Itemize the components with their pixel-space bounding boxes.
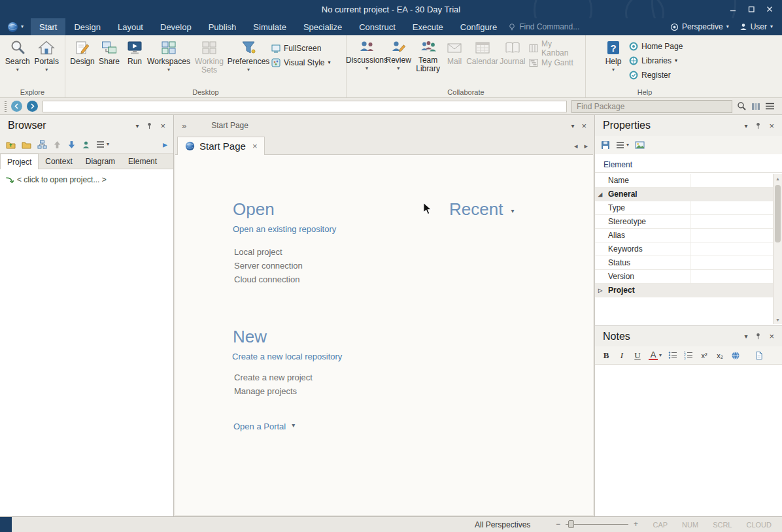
browser-tab-element[interactable]: Element	[122, 154, 163, 169]
forward-button[interactable]	[27, 101, 38, 112]
scrollbar-thumb[interactable]	[775, 185, 781, 242]
tab-start[interactable]: Start	[31, 18, 65, 35]
image-icon[interactable]	[635, 141, 645, 150]
zoom-slider-thumb[interactable]	[568, 520, 574, 528]
register-button[interactable]: Register	[629, 69, 683, 80]
my-gantt-button[interactable]: My Gantt	[529, 57, 579, 68]
back-button[interactable]	[11, 101, 22, 112]
maximize-button[interactable]	[744, 3, 758, 14]
tab-execute[interactable]: Execute	[404, 18, 452, 35]
chevrons-icon[interactable]: »	[182, 121, 186, 131]
tab-publish[interactable]: Publish	[200, 18, 245, 35]
close-tab-icon[interactable]: ×	[252, 141, 258, 151]
property-value-cell[interactable]	[690, 229, 773, 242]
panel-menu-icon[interactable]: ▾	[744, 333, 747, 340]
preferences-button[interactable]: Preferences ▾	[228, 37, 269, 73]
create-local-repository-link[interactable]: Create a new local repository	[232, 352, 342, 361]
menu-icon[interactable]	[765, 103, 777, 110]
superscript-button[interactable]: x²	[700, 352, 709, 359]
save-icon[interactable]	[601, 141, 610, 150]
notes-editor[interactable]	[595, 365, 782, 516]
tab-specialize[interactable]: Specialize	[295, 18, 350, 35]
panel-menu-icon[interactable]: ▾	[135, 122, 139, 129]
tab-scroll-left-icon[interactable]: ◂	[574, 142, 578, 150]
minimize-button[interactable]	[726, 3, 740, 14]
pin-icon[interactable]	[755, 333, 762, 340]
move-down-icon[interactable]	[67, 141, 76, 149]
visual-style-button[interactable]: Visual Style ▾	[271, 57, 331, 68]
perspectives-status[interactable]: All Perspectives	[475, 520, 530, 529]
team-library-button[interactable]: Team Library	[413, 37, 443, 73]
underline-button[interactable]: U	[633, 350, 642, 361]
fullscreen-button[interactable]: FullScreen	[271, 42, 331, 54]
tab-simulate[interactable]: Simulate	[245, 18, 295, 35]
move-up-icon[interactable]	[53, 141, 61, 149]
home-page-button[interactable]: Home Page	[629, 41, 683, 52]
libraries-button[interactable]: Libraries ▾	[629, 55, 683, 66]
property-value-cell[interactable]	[690, 174, 773, 187]
hyperlink-globe-icon[interactable]	[731, 351, 740, 360]
tab-configure[interactable]: Configure	[452, 18, 505, 35]
address-input[interactable]	[42, 101, 567, 112]
browser-tab-diagram[interactable]: Diagram	[79, 154, 122, 169]
start-page-tab[interactable]: Start Page ×	[177, 137, 265, 155]
my-kanban-button[interactable]: My Kanban	[529, 42, 579, 54]
app-menu-button[interactable]: ▾	[0, 18, 31, 35]
pin-icon[interactable]	[755, 122, 762, 129]
close-icon[interactable]: ×	[769, 121, 774, 131]
create-new-project-item[interactable]: Create a new project	[234, 373, 313, 382]
manage-projects-item[interactable]: Manage projects	[234, 386, 297, 396]
share-button[interactable]: Share	[96, 37, 122, 66]
italic-button[interactable]: I	[617, 350, 626, 361]
zoom-in-button[interactable]: +	[634, 520, 638, 529]
perspective-selector[interactable]: Perspective ▾	[670, 22, 729, 31]
browser-tab-context[interactable]: Context	[39, 154, 78, 169]
scroll-down-icon[interactable]: ▼	[774, 315, 782, 324]
properties-scrollbar[interactable]: ▲ ▼	[773, 174, 782, 324]
font-color-button[interactable]: A ▾	[649, 350, 662, 360]
user-menu[interactable]: User ▾	[740, 22, 773, 31]
pane-menu-icon[interactable]: ▾	[571, 122, 574, 129]
bold-button[interactable]: B	[602, 350, 611, 361]
folder-icon[interactable]	[22, 140, 31, 149]
hamburger-menu-icon[interactable]: ▾	[96, 141, 109, 148]
property-value-cell[interactable]	[690, 215, 773, 228]
search-icon[interactable]	[737, 101, 747, 111]
close-button[interactable]	[762, 3, 777, 14]
bullet-list-icon[interactable]	[668, 351, 677, 359]
mail-button[interactable]: Mail	[443, 37, 466, 66]
open-portal-dropdown[interactable]: Open a Portal▾	[233, 422, 295, 431]
open-project-hint[interactable]: < click to open project... >	[0, 169, 173, 190]
design-button[interactable]: Design	[69, 37, 96, 66]
calendar-button[interactable]: Calendar	[466, 37, 498, 66]
discussions-button[interactable]: Discussions ▾	[350, 37, 384, 71]
workspaces-button[interactable]: Workspaces ▾	[147, 37, 190, 73]
open-folder-icon[interactable]	[6, 140, 16, 149]
open-existing-repository-link[interactable]: Open an existing repository	[233, 224, 336, 234]
document-icon[interactable]	[755, 351, 763, 360]
expand-icon[interactable]: ◢	[595, 188, 605, 201]
recent-heading[interactable]: Recent▾	[449, 199, 514, 220]
property-value-cell[interactable]	[690, 201, 773, 214]
numbered-list-icon[interactable]: 123	[684, 351, 693, 359]
properties-tab-element[interactable]: Element	[604, 160, 632, 169]
find-command-input[interactable]	[519, 22, 591, 31]
browser-forward-icon[interactable]: ▸	[163, 139, 167, 150]
column-view-icon[interactable]	[751, 102, 760, 111]
tab-scroll-right-icon[interactable]: ▸	[584, 142, 588, 150]
working-sets-button[interactable]: Working Sets	[190, 37, 228, 75]
tab-construct[interactable]: Construct	[350, 18, 404, 35]
toolbar-grip[interactable]	[5, 101, 7, 112]
zoom-out-button[interactable]: −	[556, 520, 560, 529]
cloud-connection-item[interactable]: Cloud connection	[234, 274, 299, 284]
hamburger-menu-icon[interactable]: ▾	[616, 142, 629, 148]
zoom-slider[interactable]	[566, 518, 628, 530]
property-value-cell[interactable]	[690, 256, 773, 269]
close-icon[interactable]: ×	[769, 331, 774, 341]
local-project-item[interactable]: Local project	[234, 247, 282, 257]
model-hierarchy-icon[interactable]	[37, 140, 47, 149]
tab-design[interactable]: Design	[65, 18, 109, 35]
tab-develop[interactable]: Develop	[152, 18, 200, 35]
collapse-icon[interactable]: ▷	[595, 284, 605, 297]
close-icon[interactable]: ×	[160, 121, 165, 131]
